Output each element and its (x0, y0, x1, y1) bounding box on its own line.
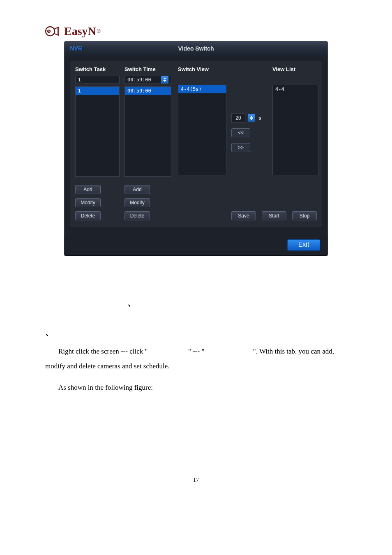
brand-name: EasyN (64, 25, 96, 38)
interval-value: 20 (235, 114, 241, 122)
view-list-header: View List (272, 66, 322, 72)
brand-logo-icon (45, 25, 62, 38)
list-item[interactable]: 00:59:00 (125, 87, 171, 95)
switch-task-column: Switch Task 1 1 (75, 66, 125, 177)
move-right-button[interactable]: >> (231, 143, 250, 152)
time-spin-icon[interactable] (161, 76, 168, 83)
add-task-button[interactable]: Add (75, 185, 101, 194)
exit-button[interactable]: Exit (287, 239, 320, 251)
list-item[interactable]: 4-4 (273, 85, 318, 93)
list-item[interactable]: 4-4(5s) (178, 85, 226, 93)
stop-button[interactable]: Stop (292, 211, 317, 220)
video-switch-window: NVR Video Switch Switch Task 1 1 (64, 41, 328, 256)
paragraph-text: " --- " (188, 347, 204, 355)
paragraph-text: Right click the screen --- click " (58, 347, 148, 355)
switch-task-list[interactable]: 1 (75, 86, 120, 177)
modify-time-button[interactable]: Modify (125, 198, 150, 207)
switch-task-buttons: Add Modify Delete (75, 185, 125, 220)
interval-unit: s (258, 115, 261, 121)
ideographic-comma-icon: 、 (127, 293, 136, 312)
switch-view-header: Switch View (178, 66, 231, 72)
modify-task-button[interactable]: Modify (75, 198, 101, 207)
transfer-controls: . 20 s (231, 66, 272, 152)
start-button[interactable]: Start (262, 211, 286, 220)
document-body: 、 、 Right click the screen --- click " "… (45, 293, 347, 395)
paragraph-2: As shown in the following figure: (45, 380, 347, 395)
interval-spin-icon[interactable] (248, 114, 255, 122)
switch-task-header: Switch Task (75, 66, 125, 72)
window-title: Video Switch (65, 45, 327, 52)
switch-task-input[interactable]: 1 (75, 76, 120, 84)
list-item[interactable]: 1 (76, 87, 119, 95)
paragraph-1: Right click the screen --- click " " ---… (45, 344, 347, 373)
add-time-button[interactable]: Add (125, 185, 150, 194)
window-titlebar: NVR Video Switch (65, 42, 327, 56)
brand-reg-mark: ® (97, 28, 101, 34)
svg-point-2 (48, 31, 50, 32)
switch-time-value: 00:59:00 (127, 76, 151, 84)
switch-view-column: Switch View 4-4(5s) (178, 66, 231, 175)
switch-time-header: Switch Time (125, 66, 178, 72)
interval-input[interactable]: 20 (231, 113, 245, 123)
page-number: 17 (45, 477, 347, 483)
switch-time-buttons: Add Modify Delete (125, 185, 178, 220)
main-panel: Switch Task 1 1 Switch Time (70, 61, 322, 227)
save-button[interactable]: Save (231, 211, 256, 220)
delete-task-button[interactable]: Delete (75, 211, 101, 220)
switch-time-list[interactable]: 00:59:00 (125, 86, 171, 177)
view-list-list[interactable]: 4-4 (272, 85, 318, 175)
brand-logo-row: EasyN ® (45, 25, 347, 38)
switch-time-input[interactable]: 00:59:00 (125, 76, 171, 84)
move-left-button[interactable]: << (231, 128, 250, 137)
switch-time-column: Switch Time 00:59:00 00:59:00 (125, 66, 178, 177)
switch-view-list[interactable]: 4-4(5s) (178, 85, 226, 175)
switch-task-value: 1 (78, 76, 81, 84)
ideographic-comma-icon: 、 (45, 323, 54, 342)
app-badge: NVR (65, 45, 83, 52)
view-list-column: View List 4-4 (272, 66, 322, 175)
delete-time-button[interactable]: Delete (125, 211, 150, 220)
